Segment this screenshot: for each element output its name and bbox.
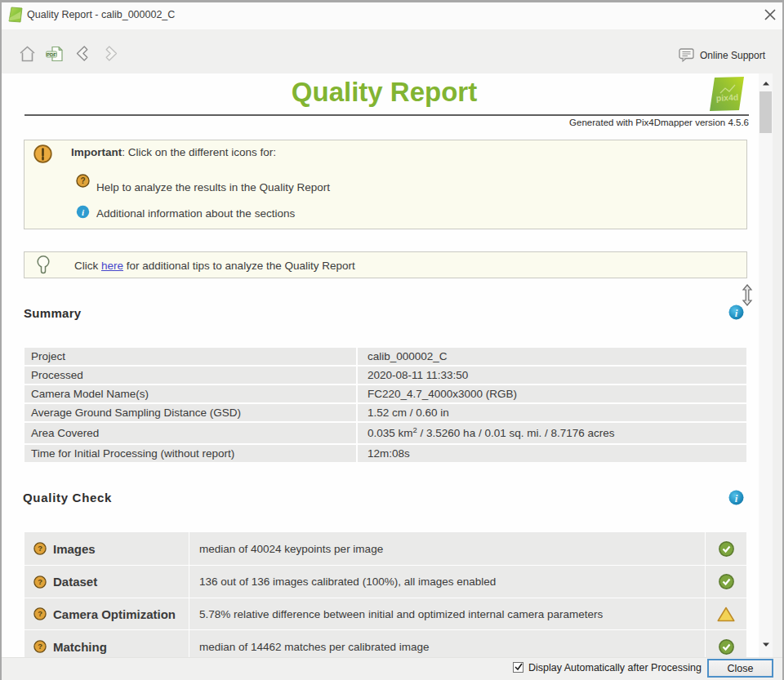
svg-text:i: i xyxy=(735,492,738,504)
svg-text:?: ? xyxy=(80,176,85,185)
svg-text:?: ? xyxy=(38,642,42,651)
svg-text:?: ? xyxy=(38,577,42,586)
svg-text:i: i xyxy=(735,307,738,319)
svg-text:PDF: PDF xyxy=(47,52,56,57)
svg-text:?: ? xyxy=(38,544,42,553)
svg-text:?: ? xyxy=(38,609,42,618)
svg-text:pix4d: pix4d xyxy=(715,92,738,103)
